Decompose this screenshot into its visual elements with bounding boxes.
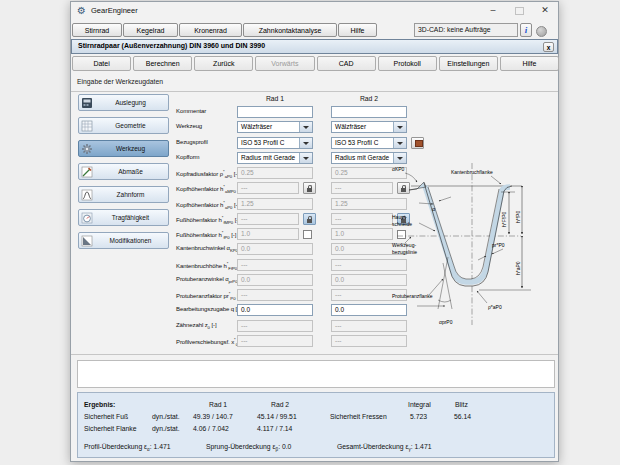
chevron-down-icon[interactable]	[299, 138, 312, 148]
toolbar-button-datei[interactable]: Datei	[72, 56, 131, 71]
sidebar-item-label: Auslegung	[93, 99, 168, 106]
toolbar-button-protokoll[interactable]: Protokoll	[378, 56, 437, 71]
form-label-2: Bezugsprofil	[176, 139, 238, 145]
field-rad2-row8: 1.0	[331, 228, 393, 240]
info-button[interactable]: i	[520, 23, 532, 37]
field-rad2-row5: ---	[331, 182, 393, 194]
result-fressen-integral: 5.723	[410, 413, 427, 420]
chevron-down-icon[interactable]	[393, 138, 406, 148]
field-rad1-row13[interactable]: 0.0	[237, 304, 313, 316]
results-col-integral: Integral	[408, 401, 431, 408]
sidebar-item-zahnform[interactable]: Zahnform	[78, 186, 169, 203]
form-label-13: Bearbeitungszugabe q [mm]	[176, 306, 238, 312]
abmasse-icon	[81, 166, 93, 178]
results-title: Ergebnis:	[84, 401, 115, 408]
lock-icon	[307, 188, 312, 192]
field-rad1-row6: 1.25	[237, 198, 313, 210]
toolbar-button-cad[interactable]: CAD	[317, 56, 376, 71]
dropdown-rad1-row2[interactable]: ISO 53 Profil C	[237, 137, 313, 149]
column-header-rad1: Rad 1	[237, 95, 313, 102]
message-panel	[77, 360, 555, 388]
toolbar-button-vorwärts: Vorwärts	[255, 56, 314, 71]
document-tab: Stirnradpaar (Außenverzahnung) DIN 3960 …	[71, 39, 558, 54]
app-gear-icon: ⚙	[77, 5, 86, 16]
menu-tab-hilfe[interactable]: Hilfe	[338, 23, 377, 37]
sidebar-item-label: Abmaße	[93, 168, 168, 175]
lock-button-rad1-row5[interactable]	[303, 182, 316, 194]
menu-tab-kegelrad[interactable]: Kegelrad	[123, 23, 178, 37]
results-col-blitz: Blitz	[455, 401, 468, 408]
result-fressen-label: Sicherheit Fressen	[330, 413, 387, 420]
sidebar-item-label: Werkzeug	[93, 145, 168, 152]
form-label-0: Kommentar	[176, 108, 238, 114]
dropdown-rad1-row1[interactable]: Wälzfräser	[237, 121, 313, 133]
chevron-down-icon[interactable]	[299, 122, 312, 132]
toolbar-button-einstellungen[interactable]: Einstellungen	[439, 56, 498, 71]
close-button[interactable]: ✕	[532, 2, 558, 19]
field-rad1-row9: 0.0	[237, 243, 313, 255]
toolbar: DateiBerechnenZurückVorwärtsCADProtokoll…	[72, 56, 559, 73]
form-label-7: Fußhöhenfaktor h*fMP0 [-]	[176, 215, 238, 225]
werkzeug-icon	[81, 143, 93, 155]
toolbar-button-berechnen[interactable]: Berechnen	[133, 56, 192, 71]
diagram-label-h-ffp0: h*FfP0	[501, 211, 507, 227]
field-rad1-row7: ---	[237, 213, 299, 225]
menu-tab-kronenrad[interactable]: Kronenrad	[179, 23, 242, 37]
chevron-down-icon[interactable]	[299, 153, 312, 163]
overlap-gesamt: Gesamt-Überdeckung εγ: 1.471	[337, 443, 431, 452]
field-rad1-row12: ---	[237, 289, 313, 301]
dropdown-value: Wälzfräser	[238, 122, 299, 132]
diagram-label-h-ap0: h*aP0	[515, 261, 521, 275]
field-rad2-row0[interactable]	[331, 106, 407, 118]
form-label-10: Kantenbruchhöhe h*FfP0 [-]	[176, 261, 238, 271]
field-rad2-row7: ---	[331, 213, 393, 225]
window-title: GearEngineer	[91, 6, 138, 15]
title-bar: ⚙ GearEngineer – ✕	[71, 2, 558, 20]
sidebar-item-auslegung[interactable]: Auslegung	[78, 94, 169, 111]
result-row-mode: dyn./stat.	[152, 413, 180, 420]
dropdown-value: Wälzfräser	[332, 122, 393, 132]
document-close-icon[interactable]: x	[543, 42, 554, 52]
dropdown-rad2-row1[interactable]: Wälzfräser	[331, 121, 407, 133]
diagram-label-bezugslinie-2: bezugslinie	[392, 249, 417, 255]
sidebar-item-tragfähigkeit[interactable]: Tragfähigkeit	[78, 209, 169, 226]
sidebar-item-geometrie[interactable]: Geometrie	[78, 117, 169, 134]
sidebar-item-modifikationen[interactable]: Modifikationen	[78, 232, 169, 249]
field-rad1-row0[interactable]	[237, 106, 313, 118]
menu-tab-zahnkontaktanalyse[interactable]: Zahnkontaktanalyse	[243, 23, 337, 37]
form-label-14: Zähnezahl z0 [-]	[176, 322, 238, 330]
sidebar-item-werkzeug[interactable]: Werkzeug	[78, 140, 169, 157]
field-rad1-row8: 1.0	[237, 228, 299, 240]
diagram-label-protuberanzflanke: Protuberanzflanke	[392, 293, 433, 299]
chevron-down-icon[interactable]	[393, 122, 406, 132]
checkbox-rad1-row8[interactable]	[303, 230, 312, 239]
zahnform-icon	[81, 189, 93, 201]
edit-profile-button[interactable]	[411, 137, 424, 149]
minimize-button[interactable]: –	[480, 2, 506, 19]
result-fuss-rad2: 45.14 / 99.51	[257, 413, 297, 420]
result-row-label: Sicherheit Fuß	[84, 413, 128, 420]
lock-button-rad1-row7[interactable]	[303, 213, 316, 225]
cad-status: 3D-CAD: keine Aufträge	[414, 23, 518, 37]
result-row-mode: dyn./stat.	[152, 425, 180, 432]
geometrie-icon	[81, 120, 93, 132]
column-header-rad2: Rad 2	[331, 95, 407, 102]
menu-tab-stirnrad[interactable]: Stirnrad	[72, 23, 122, 37]
dropdown-rad1-row3[interactable]: Radius mit Gerade	[237, 152, 313, 164]
sidebar-item-abmaße[interactable]: Abmaße	[78, 163, 169, 180]
toolbar-button-zurück[interactable]: Zurück	[194, 56, 253, 71]
maximize-button[interactable]	[506, 2, 532, 19]
edit-profile-icon	[415, 140, 423, 147]
overlap-profil: Profil-Überdeckung εα: 1.471	[84, 443, 171, 452]
dropdown-rad2-row2[interactable]: ISO 53 Profil C	[331, 137, 407, 149]
dropdown-value: Radius mit Gerade	[332, 153, 393, 163]
field-rad1-row10: ---	[237, 259, 313, 271]
dropdown-value: ISO 53 Profil C	[332, 138, 393, 148]
diagram-label-hauptschneide-2: schneide	[392, 221, 412, 227]
result-fressen-blitz: 56.14	[454, 413, 471, 420]
form-label-11: Protuberanzwinkel αprP0 [°]	[176, 276, 238, 284]
diagram-label-rho-ap0: ρ*aP0	[488, 304, 502, 310]
modifikationen-icon	[81, 235, 93, 247]
result-fuss-rad1: 49.39 / 140.7	[193, 413, 233, 420]
toolbar-button-hilfe[interactable]: Hilfe	[500, 56, 559, 71]
